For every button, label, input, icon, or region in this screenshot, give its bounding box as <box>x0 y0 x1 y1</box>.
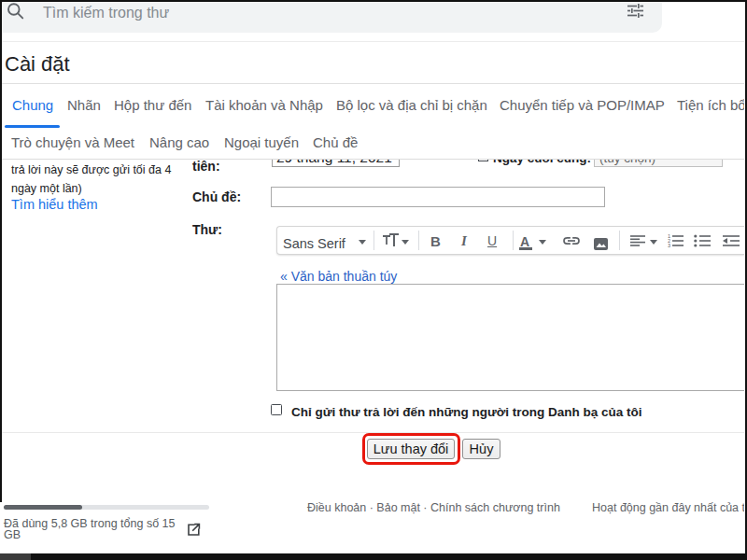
svg-text:3: 3 <box>668 243 670 247</box>
